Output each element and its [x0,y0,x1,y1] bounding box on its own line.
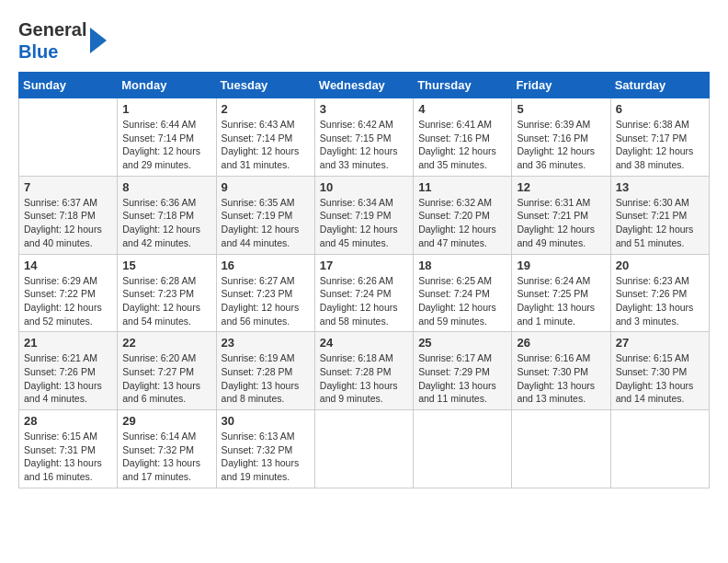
calendar-cell: 10Sunrise: 6:34 AMSunset: 7:19 PMDayligh… [314,176,413,254]
calendar-week-row: 7Sunrise: 6:37 AMSunset: 7:18 PMDaylight… [19,176,710,254]
day-info: Sunrise: 6:31 AMSunset: 7:21 PMDaylight:… [517,196,605,250]
calendar-cell: 9Sunrise: 6:35 AMSunset: 7:19 PMDaylight… [216,176,314,254]
day-info: Sunrise: 6:18 AMSunset: 7:28 PMDaylight:… [320,351,408,406]
day-number: 22 [122,336,210,350]
logo-chevron-icon [90,28,107,53]
weekday-header-friday: Friday [512,73,610,98]
calendar-cell: 25Sunrise: 6:17 AMSunset: 7:29 PMDayligh… [414,332,512,410]
weekday-header-sunday: Sunday [19,73,118,98]
calendar-cell: 1Sunrise: 6:44 AMSunset: 7:14 PMDaylight… [118,98,216,177]
day-number: 1 [122,102,210,116]
day-info: Sunrise: 6:13 AMSunset: 7:32 PMDaylight:… [222,430,310,484]
day-info: Sunrise: 6:36 AMSunset: 7:18 PMDaylight:… [122,196,210,250]
day-number: 19 [517,259,605,272]
calendar-cell: 11Sunrise: 6:32 AMSunset: 7:20 PMDayligh… [414,176,512,254]
day-number: 11 [418,180,506,194]
day-info: Sunrise: 6:17 AMSunset: 7:29 PMDaylight:… [418,351,506,406]
calendar-cell: 19Sunrise: 6:24 AMSunset: 7:25 PMDayligh… [512,254,610,332]
day-number: 7 [24,180,112,194]
calendar-cell [512,410,610,488]
calendar-cell: 6Sunrise: 6:38 AMSunset: 7:17 PMDaylight… [610,98,709,177]
day-info: Sunrise: 6:37 AMSunset: 7:18 PMDaylight:… [24,196,112,250]
calendar-week-row: 14Sunrise: 6:29 AMSunset: 7:22 PMDayligh… [19,254,710,332]
day-number: 14 [24,259,112,272]
weekday-header-tuesday: Tuesday [216,73,314,98]
weekday-header-saturday: Saturday [610,73,709,98]
calendar-cell [610,410,709,488]
day-number: 16 [222,259,310,272]
day-info: Sunrise: 6:35 AMSunset: 7:19 PMDaylight:… [222,196,310,250]
day-number: 20 [616,259,704,272]
calendar-cell: 18Sunrise: 6:25 AMSunset: 7:24 PMDayligh… [414,254,512,332]
calendar-cell: 28Sunrise: 6:15 AMSunset: 7:31 PMDayligh… [19,410,118,488]
day-number: 2 [222,102,310,116]
weekday-header-wednesday: Wednesday [314,73,413,98]
day-info: Sunrise: 6:41 AMSunset: 7:16 PMDaylight:… [418,118,506,172]
day-info: Sunrise: 6:39 AMSunset: 7:16 PMDaylight:… [517,118,605,172]
day-number: 5 [517,102,605,116]
calendar-cell: 2Sunrise: 6:43 AMSunset: 7:14 PMDaylight… [216,98,314,177]
day-info: Sunrise: 6:26 AMSunset: 7:24 PMDaylight:… [320,274,408,328]
day-info: Sunrise: 6:15 AMSunset: 7:30 PMDaylight:… [616,351,704,406]
logo-wordmark: General Blue [18,18,107,63]
day-number: 10 [320,180,408,194]
header: General Blue [18,18,710,63]
day-number: 9 [222,180,310,194]
calendar-cell: 29Sunrise: 6:14 AMSunset: 7:32 PMDayligh… [118,410,216,488]
calendar-cell: 16Sunrise: 6:27 AMSunset: 7:23 PMDayligh… [216,254,314,332]
day-number: 26 [517,336,605,350]
day-info: Sunrise: 6:20 AMSunset: 7:27 PMDaylight:… [122,351,210,406]
day-info: Sunrise: 6:43 AMSunset: 7:14 PMDaylight:… [222,118,310,172]
calendar-cell: 4Sunrise: 6:41 AMSunset: 7:16 PMDaylight… [414,98,512,177]
calendar-cell [19,98,118,177]
day-number: 27 [616,336,704,350]
calendar-cell: 17Sunrise: 6:26 AMSunset: 7:24 PMDayligh… [314,254,413,332]
day-number: 12 [517,180,605,194]
day-info: Sunrise: 6:16 AMSunset: 7:30 PMDaylight:… [517,351,605,406]
day-info: Sunrise: 6:32 AMSunset: 7:20 PMDaylight:… [418,196,506,250]
calendar-cell: 22Sunrise: 6:20 AMSunset: 7:27 PMDayligh… [118,332,216,410]
day-number: 29 [122,414,210,428]
day-number: 6 [616,102,704,116]
day-info: Sunrise: 6:44 AMSunset: 7:14 PMDaylight:… [122,118,210,172]
calendar-table: SundayMondayTuesdayWednesdayThursdayFrid… [18,72,710,488]
day-number: 13 [616,180,704,194]
calendar-cell: 14Sunrise: 6:29 AMSunset: 7:22 PMDayligh… [19,254,118,332]
calendar-cell: 15Sunrise: 6:28 AMSunset: 7:23 PMDayligh… [118,254,216,332]
calendar-cell: 12Sunrise: 6:31 AMSunset: 7:21 PMDayligh… [512,176,610,254]
calendar-cell: 27Sunrise: 6:15 AMSunset: 7:30 PMDayligh… [610,332,709,410]
day-info: Sunrise: 6:21 AMSunset: 7:26 PMDaylight:… [24,351,112,406]
calendar-cell: 20Sunrise: 6:23 AMSunset: 7:26 PMDayligh… [610,254,709,332]
calendar-cell: 7Sunrise: 6:37 AMSunset: 7:18 PMDaylight… [19,176,118,254]
calendar-week-row: 21Sunrise: 6:21 AMSunset: 7:26 PMDayligh… [19,332,710,410]
calendar-cell: 13Sunrise: 6:30 AMSunset: 7:21 PMDayligh… [610,176,709,254]
calendar-week-row: 28Sunrise: 6:15 AMSunset: 7:31 PMDayligh… [19,410,710,488]
calendar-week-row: 1Sunrise: 6:44 AMSunset: 7:14 PMDaylight… [19,98,710,177]
day-number: 18 [418,259,506,272]
calendar-cell [314,410,413,488]
day-number: 25 [418,336,506,350]
day-info: Sunrise: 6:14 AMSunset: 7:32 PMDaylight:… [122,430,210,484]
day-number: 28 [24,414,112,428]
day-info: Sunrise: 6:15 AMSunset: 7:31 PMDaylight:… [24,430,112,484]
weekday-header-monday: Monday [118,73,216,98]
day-number: 23 [222,336,310,350]
calendar-cell [414,410,512,488]
calendar-cell: 3Sunrise: 6:42 AMSunset: 7:15 PMDaylight… [314,98,413,177]
day-number: 3 [320,102,408,116]
day-number: 17 [320,259,408,272]
weekday-header-thursday: Thursday [414,73,512,98]
day-info: Sunrise: 6:38 AMSunset: 7:17 PMDaylight:… [616,118,704,172]
calendar-cell: 23Sunrise: 6:19 AMSunset: 7:28 PMDayligh… [216,332,314,410]
day-info: Sunrise: 6:24 AMSunset: 7:25 PMDaylight:… [517,274,605,328]
day-info: Sunrise: 6:27 AMSunset: 7:23 PMDaylight:… [222,274,310,328]
logo: General Blue [18,18,107,63]
day-number: 15 [122,259,210,272]
day-info: Sunrise: 6:42 AMSunset: 7:15 PMDaylight:… [320,118,408,172]
day-info: Sunrise: 6:28 AMSunset: 7:23 PMDaylight:… [122,274,210,328]
svg-marker-0 [90,28,107,53]
day-info: Sunrise: 6:25 AMSunset: 7:24 PMDaylight:… [418,274,506,328]
day-info: Sunrise: 6:19 AMSunset: 7:28 PMDaylight:… [222,351,310,406]
weekday-header-row: SundayMondayTuesdayWednesdayThursdayFrid… [19,73,710,98]
day-info: Sunrise: 6:23 AMSunset: 7:26 PMDaylight:… [616,274,704,328]
